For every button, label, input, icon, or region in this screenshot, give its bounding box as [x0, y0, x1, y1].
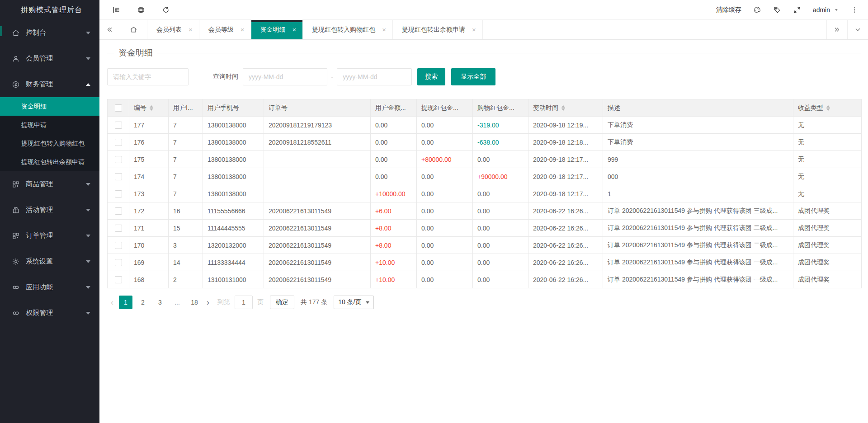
table-row: 168213100131000202006221613011549+10.000…: [108, 271, 862, 288]
row-checkbox[interactable]: [115, 259, 122, 266]
table-cell: 7: [169, 185, 203, 202]
row-checkbox[interactable]: [115, 225, 122, 232]
sidebar-item-会员管理[interactable]: 会员管理: [0, 46, 99, 71]
tabs-menu-button[interactable]: [847, 20, 868, 39]
sidebar-subitem-提现申请[interactable]: 提现申请: [0, 116, 99, 134]
table-cell: 11155556666: [203, 202, 264, 220]
table-cell: 0.00: [473, 185, 528, 202]
palette-icon[interactable]: [753, 6, 761, 14]
sidebar-subitem-提现红包转入购物红包[interactable]: 提现红包转入购物红包: [0, 134, 99, 153]
sidebar-item-商品管理[interactable]: 商品管理: [0, 171, 99, 197]
globe-icon[interactable]: [137, 6, 145, 14]
tabs-scroll-left-button[interactable]: [99, 20, 120, 39]
sort-icon[interactable]: [826, 105, 830, 111]
chevron-down-icon: [86, 183, 90, 186]
row-checkbox[interactable]: [115, 173, 122, 180]
row-checkbox[interactable]: [115, 122, 122, 129]
table-cell: 000: [603, 168, 793, 185]
row-checkbox[interactable]: [115, 156, 122, 163]
fullscreen-icon[interactable]: [793, 6, 801, 14]
legend-line-right: [157, 53, 861, 53]
goto-confirm-button[interactable]: 确定: [270, 296, 294, 309]
topbar-right-icons: [753, 6, 801, 14]
row-checkbox[interactable]: [115, 139, 122, 146]
tab-提现红包转出余额申请[interactable]: 提现红包转出余额申请×: [393, 20, 483, 39]
table-cell: 2020-09-18 12:17...: [528, 151, 603, 168]
sidebar-item-控制台[interactable]: 控制台: [0, 20, 99, 46]
sidebar-item-权限管理[interactable]: 权限管理: [0, 300, 99, 326]
table-cell: 172: [129, 202, 169, 220]
table-cell: 2020-09-18 12:17...: [528, 185, 603, 202]
row-checkbox[interactable]: [115, 276, 122, 283]
prev-page-button[interactable]: ‹: [107, 298, 117, 307]
user-menu[interactable]: admin: [813, 6, 839, 14]
table-cell: 订单 202006221613011549 参与拼购 代理获得该团 二级成...: [603, 220, 793, 237]
collapse-menu-icon[interactable]: [112, 6, 120, 14]
close-tab-icon[interactable]: ×: [241, 26, 245, 33]
keyword-input[interactable]: [107, 68, 189, 85]
home-tab[interactable]: [120, 20, 147, 39]
sidebar-item-订单管理[interactable]: 订单管理: [0, 223, 99, 249]
sidebar-item-应用功能[interactable]: 应用功能: [0, 274, 99, 300]
tab-提现红包转入购物红包[interactable]: 提现红包转入购物红包×: [303, 20, 393, 39]
refresh-icon[interactable]: [162, 6, 170, 14]
row-checkbox[interactable]: [115, 190, 122, 197]
page-button-3[interactable]: 3: [153, 296, 167, 309]
table-cell: 13200132000: [203, 237, 264, 254]
link-icon: [12, 309, 20, 317]
table-cell: 0.00: [417, 237, 473, 254]
sidebar-item-活动管理[interactable]: 活动管理: [0, 197, 99, 223]
tab-会员列表[interactable]: 会员列表×: [147, 20, 199, 39]
close-tab-icon[interactable]: ×: [472, 26, 476, 33]
table-cell: 13800138000: [203, 117, 264, 134]
close-tab-icon[interactable]: ×: [382, 26, 386, 33]
sidebar-item-系统设置[interactable]: 系统设置: [0, 249, 99, 274]
table-cell: [108, 271, 129, 288]
tab-资金明细[interactable]: 资金明细×: [251, 20, 303, 39]
sort-icon[interactable]: [150, 105, 153, 111]
page-title-block: 资金明细: [107, 47, 861, 59]
page-button-2[interactable]: 2: [136, 296, 150, 309]
sort-icon[interactable]: [561, 105, 565, 111]
table-cell: 订单 202006221613011549 参与拼购 代理获得该团 一级成...: [603, 271, 793, 288]
tag-icon[interactable]: [773, 6, 781, 14]
table-cell: 无: [793, 134, 862, 151]
sidebar-subitem-提现红包转出余额申请[interactable]: 提现红包转出余额申请: [0, 153, 99, 171]
date-end-input[interactable]: [337, 68, 412, 85]
tabs-scroll-right-button[interactable]: [826, 20, 847, 39]
row-checkbox[interactable]: [115, 242, 122, 249]
select-all-checkbox[interactable]: [115, 104, 122, 112]
table-cell: 成团代理奖: [793, 237, 862, 254]
search-button[interactable]: 搜索: [417, 68, 445, 85]
page-title: 资金明细: [118, 47, 153, 59]
sidebar-item-label: 控制台: [26, 28, 86, 37]
goto-page-input[interactable]: [235, 296, 253, 309]
show-all-button[interactable]: 显示全部: [451, 68, 495, 85]
page-size-value: 10 条/页: [338, 298, 361, 306]
page-size-select[interactable]: 10 条/页: [334, 296, 373, 309]
table-cell: 订单 202006221613011549 参与拼购 代理获得该团 一级成...: [603, 254, 793, 271]
row-checkbox[interactable]: [115, 207, 122, 215]
kebab-menu-icon[interactable]: [851, 6, 858, 14]
sidebar-subitem-资金明细[interactable]: 资金明细: [0, 97, 99, 116]
sidebar-item-财务管理[interactable]: 财务管理: [0, 71, 99, 97]
table-cell: 13800138000: [203, 134, 264, 151]
next-page-button[interactable]: ›: [203, 298, 213, 307]
table-cell: 下单消费: [603, 134, 793, 151]
clear-cache-button[interactable]: 清除缓存: [716, 6, 741, 14]
column-header-label: 编号: [134, 104, 146, 111]
table-cell: 11144445555: [203, 220, 264, 237]
table-cell: [108, 220, 129, 237]
caret-down-icon: [366, 301, 369, 304]
table-cell: 202009181219179123: [264, 117, 371, 134]
table-cell: 0.00: [473, 151, 528, 168]
close-tab-icon[interactable]: ×: [292, 26, 297, 33]
chevron-down-icon: [86, 312, 90, 315]
column-header-label: 用户手机号: [208, 104, 239, 111]
table-cell: 无: [793, 117, 862, 134]
page-button-1[interactable]: 1: [119, 296, 132, 309]
close-tab-icon[interactable]: ×: [189, 26, 193, 33]
tab-会员等级[interactable]: 会员等级×: [199, 20, 251, 39]
date-start-input[interactable]: [243, 68, 327, 85]
page-button-18[interactable]: 18: [188, 296, 201, 309]
